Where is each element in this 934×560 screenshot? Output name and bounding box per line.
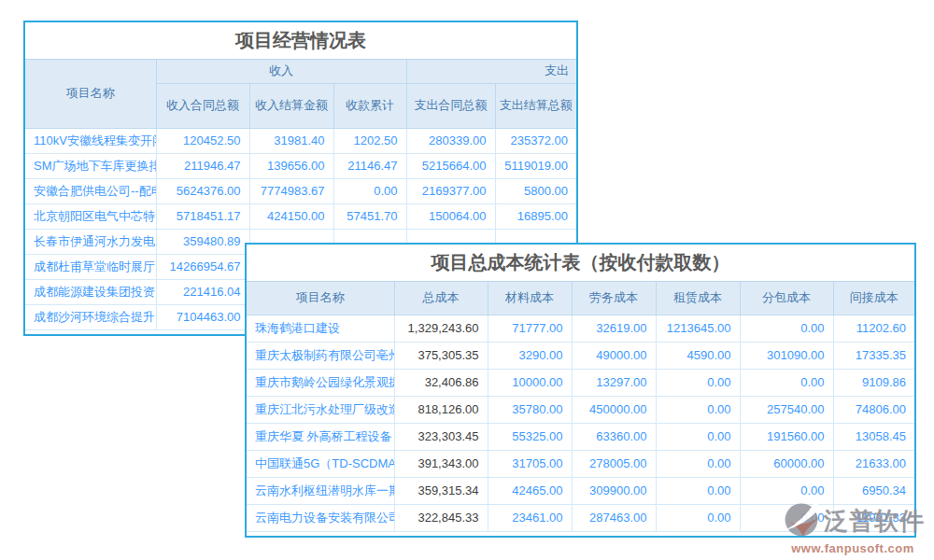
table1-group-header-row: 项目名称 收入 支出 bbox=[25, 60, 576, 83]
table-row[interactable]: 珠海鹤港口建设1,329,243.6071777.0032619.0012136… bbox=[247, 315, 914, 342]
column-header: 收入结算金额 bbox=[249, 83, 333, 128]
value-cell: 359480.89 bbox=[156, 229, 249, 254]
value-cell: 3290.00 bbox=[488, 342, 572, 369]
value-cell: 287463.00 bbox=[572, 504, 656, 531]
value-cell: 0.00 bbox=[333, 178, 406, 203]
value-cell: 0.00 bbox=[656, 477, 740, 504]
value-cell: 2169377.00 bbox=[406, 178, 495, 203]
project-total-cost-table-card: 项目总成本统计表（按收付款取数） 项目名称 总成本 材料成本 劳务成本 租赁成本… bbox=[245, 243, 916, 538]
value-cell: 818,126.00 bbox=[394, 396, 488, 423]
table-row[interactable]: 北京朝阳区电气中芯特5718451.17424150.0057451.70150… bbox=[25, 203, 576, 229]
value-cell: 221416.04 bbox=[156, 279, 249, 304]
value-cell: 235372.00 bbox=[495, 128, 576, 153]
project-name-cell: 安徽合肥供电公司--配电 bbox=[25, 178, 156, 203]
column-header: 租赁成本 bbox=[656, 282, 740, 315]
value-cell: 13058.45 bbox=[833, 423, 914, 450]
value-cell: 32619.00 bbox=[572, 315, 656, 342]
project-name-cell: 重庆江北污水处理厂级改造 bbox=[247, 396, 394, 423]
value-cell: 120452.50 bbox=[156, 128, 249, 153]
value-cell: 301090.00 bbox=[740, 342, 833, 369]
value-cell: 150064.00 bbox=[406, 203, 495, 229]
value-cell: 5215664.00 bbox=[406, 153, 495, 178]
value-cell: 5119019.00 bbox=[495, 153, 576, 178]
value-cell: 0.00 bbox=[656, 504, 740, 531]
value-cell: 0.00 bbox=[740, 315, 833, 342]
value-cell: 1,329,243.60 bbox=[394, 315, 488, 342]
value-cell: 1213645.00 bbox=[656, 315, 740, 342]
value-cell: 323,303.45 bbox=[394, 423, 488, 450]
value-cell: 42465.00 bbox=[488, 477, 572, 504]
value-cell: 21633.00 bbox=[833, 450, 914, 477]
table-row[interactable]: 中国联通5G（TD-SCDMA391,343.0031705.00278005.… bbox=[247, 450, 914, 477]
value-cell: 31705.00 bbox=[488, 450, 572, 477]
table-row[interactable]: 重庆市鹅岭公园绿化景观提32,406.8610000.0013297.000.0… bbox=[247, 369, 914, 396]
project-name-cell: SM广场地下车库更换排 bbox=[25, 153, 156, 178]
value-cell: 5800.00 bbox=[495, 178, 576, 203]
value-cell: 191560.00 bbox=[740, 423, 833, 450]
value-cell: 375,305.35 bbox=[394, 342, 488, 369]
value-cell: 391,343.00 bbox=[394, 450, 488, 477]
table2-column-header-row: 项目名称 总成本 材料成本 劳务成本 租赁成本 分包成本 间接成本 bbox=[247, 282, 914, 315]
project-name-cell: 成都杜甫草堂临时展厅 bbox=[25, 254, 156, 279]
column-header: 劳务成本 bbox=[572, 282, 656, 315]
project-name-cell: 云南电力设备安装有限公司 bbox=[247, 504, 394, 531]
table-row[interactable]: 重庆华夏 外高桥工程设备323,303.4555325.0063360.000.… bbox=[247, 423, 914, 450]
value-cell: 23461.00 bbox=[488, 504, 572, 531]
project-name-cell: 重庆市鹅岭公园绿化景观提 bbox=[247, 369, 394, 396]
project-name-cell: 北京朝阳区电气中芯特 bbox=[25, 203, 156, 229]
project-name-cell: 珠海鹤港口建设 bbox=[247, 315, 394, 342]
value-cell: 7774983.67 bbox=[249, 178, 333, 203]
value-cell: 0.00 bbox=[740, 369, 833, 396]
value-cell: 322,845.33 bbox=[394, 504, 488, 531]
value-cell: 32,406.86 bbox=[394, 369, 488, 396]
watermark-brand-text: 泛普软件 bbox=[824, 505, 925, 538]
value-cell: 63360.00 bbox=[572, 423, 656, 450]
value-cell: 0.00 bbox=[656, 369, 740, 396]
column-header: 收款累计 bbox=[333, 83, 406, 128]
value-cell: 17335.35 bbox=[833, 342, 914, 369]
table-row[interactable]: 重庆江北污水处理厂级改造818,126.0035780.00450000.000… bbox=[247, 396, 914, 423]
column-header: 支出结算总额 bbox=[495, 83, 576, 128]
value-cell: 11202.60 bbox=[833, 315, 914, 342]
column-header: 材料成本 bbox=[488, 282, 572, 315]
value-cell: 35780.00 bbox=[488, 396, 572, 423]
value-cell: 21146.47 bbox=[333, 153, 406, 178]
table2-name-header: 项目名称 bbox=[247, 282, 394, 315]
project-name-cell: 重庆太极制药有限公司亳州 bbox=[247, 342, 394, 369]
value-cell: 359,315.34 bbox=[394, 477, 488, 504]
table1-income-group-header: 收入 bbox=[156, 60, 406, 83]
fanpu-logo-icon bbox=[781, 498, 822, 543]
value-cell: 13297.00 bbox=[572, 369, 656, 396]
value-cell: 5718451.17 bbox=[156, 203, 249, 229]
project-name-cell: 110kV安徽线程集变开闭 bbox=[25, 128, 156, 153]
value-cell: 57451.70 bbox=[333, 203, 406, 229]
column-header: 总成本 bbox=[394, 282, 488, 315]
project-name-cell: 成都沙河环境综合提升 bbox=[25, 304, 156, 329]
value-cell: 1202.50 bbox=[333, 128, 406, 153]
value-cell: 10000.00 bbox=[488, 369, 572, 396]
watermark-url-text: www.fanpusoft.com bbox=[791, 541, 914, 555]
project-name-cell: 中国联通5G（TD-SCDMA bbox=[247, 450, 394, 477]
value-cell: 55325.00 bbox=[488, 423, 572, 450]
table-row[interactable]: SM广场地下车库更换排211946.47139656.0021146.47521… bbox=[25, 153, 576, 178]
table-row[interactable]: 重庆太极制药有限公司亳州375,305.353290.0049000.00459… bbox=[247, 342, 914, 369]
value-cell: 74806.00 bbox=[833, 396, 914, 423]
table2-title: 项目总成本统计表（按收付款取数） bbox=[247, 245, 914, 282]
column-header: 间接成本 bbox=[833, 282, 914, 315]
value-cell: 280339.00 bbox=[406, 128, 495, 153]
value-cell: 14266954.67 bbox=[156, 254, 249, 279]
value-cell: 49000.00 bbox=[572, 342, 656, 369]
value-cell: 16895.00 bbox=[495, 203, 576, 229]
value-cell: 9109.86 bbox=[833, 369, 914, 396]
project-name-cell: 成都能源建设集团投资 bbox=[25, 279, 156, 304]
project-name-cell: 长春市伊通河水力发电 bbox=[25, 229, 156, 254]
fanpu-watermark: 泛普软件 www.fanpusoft.com bbox=[781, 498, 925, 555]
column-header: 支出合同总额 bbox=[406, 83, 495, 128]
column-header: 分包成本 bbox=[740, 282, 833, 315]
value-cell: 309900.00 bbox=[572, 477, 656, 504]
value-cell: 0.00 bbox=[656, 450, 740, 477]
table-row[interactable]: 安徽合肥供电公司--配电5624376.007774983.670.002169… bbox=[25, 178, 576, 203]
value-cell: 424150.00 bbox=[249, 203, 333, 229]
value-cell: 31981.40 bbox=[249, 128, 333, 153]
table-row[interactable]: 110kV安徽线程集变开闭120452.5031981.401202.50280… bbox=[25, 128, 576, 153]
